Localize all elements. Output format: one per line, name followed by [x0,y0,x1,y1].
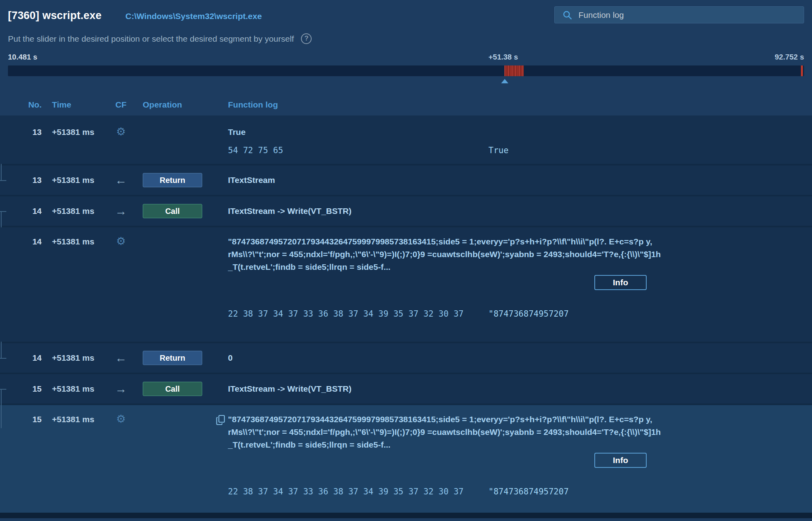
function-log-search[interactable] [554,6,804,23]
timeline-start-label: 10.481 s [8,53,37,62]
gear-icon: ⚙ [116,126,126,138]
tree-connector [1,211,2,228]
row-no: 15 [0,413,42,426]
search-input[interactable] [578,10,797,20]
tree-connector [1,389,2,406]
col-header-cf: CF [103,100,139,110]
payload-string-line: _T(t.retveL';findb = side5;llrqn = side5… [228,261,804,273]
table-row[interactable]: 14 +51381 ms ⚙ "874736874957207179344326… [0,227,812,342]
call-badge: Call [143,204,202,218]
info-button[interactable]: Info [594,275,647,290]
slider-instruction: Put the slider in the desired position o… [8,34,294,44]
hex-line: 22 38 37 34 37 33 36 38 37 34 39 35 37 3… [228,307,464,321]
process-id: [7360] [8,10,39,21]
help-icon[interactable]: ? [301,33,312,44]
ascii-line: "874736874957207 [488,307,574,321]
ascii-line: "874736874957207 [488,484,574,499]
header-bar: [7360] wscript.exe C:\Windows\System32\w… [0,0,812,26]
tree-connector [1,404,2,428]
gear-icon: ⚙ [116,413,126,425]
return-arrow-icon: ← [115,351,127,364]
end-activity-tick [801,65,803,76]
timeline-slider[interactable] [8,65,804,76]
hex-bytes: 54 72 75 65 [228,143,464,158]
payload-string-line: "874736874957207179344326475999799857381… [228,413,804,426]
row-value: True [228,126,804,138]
table-row[interactable]: 15 +51381 ms → Call ITextStream -> Write… [0,374,812,404]
function-log-table: 13 +51381 ms ⚙ True 54 72 75 65 True 13 … [0,115,812,518]
function-log-text: 0 [228,353,233,362]
ascii-preview: True [488,143,574,158]
call-badge: Call [143,382,202,396]
process-name: wscript.exe [42,10,102,21]
table-row[interactable]: 13 +51381 ms ⚙ True 54 72 75 65 True [0,115,812,164]
col-header-operation: Operation [139,100,220,110]
call-arrow-icon: → [115,382,127,395]
copy-icon[interactable] [216,415,226,427]
info-button[interactable]: Info [594,453,647,468]
row-time: +51381 ms [42,235,103,248]
table-row-selected[interactable]: 15 +51381 ms ⚙ "874736874957207179344326… [0,405,812,513]
gear-icon: ⚙ [116,235,126,247]
hex-line: 22 38 37 34 37 33 36 38 37 34 39 35 37 3… [228,484,464,499]
timeline-labels: 10.481 s +51.38 s 92.752 s [8,53,804,62]
row-time: +51381 ms [42,206,103,216]
col-header-no: No. [0,100,42,110]
row-time: +51381 ms [42,413,103,426]
return-badge: Return [143,351,202,365]
slider-handle[interactable] [501,79,508,83]
search-icon [563,10,572,20]
col-header-time: Time [42,100,103,110]
function-log-text: ITextStream -> Write(VT_BSTR) [228,384,351,393]
row-no: 13 [0,126,42,138]
timeline-position-label: +51.38 s [488,53,518,62]
table-row[interactable]: 14 +51381 ms ← Return 0 [0,343,812,373]
process-title: [7360] wscript.exe [8,10,102,22]
payload-string-line: "874736874957207179344326475999799857381… [228,235,804,248]
table-header: No. Time CF Operation Function log [0,94,812,115]
return-arrow-icon: ← [115,173,127,186]
row-time: +51381 ms [42,353,103,363]
timeline-end-label: 92.752 s [775,53,804,62]
return-badge: Return [143,173,202,187]
row-time: +51381 ms [42,384,103,394]
call-arrow-icon: → [115,204,127,217]
tree-connector [0,358,6,359]
payload-string-line: _T(t.retveL';findb = side5;llrqn = side5… [228,438,804,451]
tree-connector [1,342,2,358]
row-no: 14 [0,235,42,248]
tree-connector [1,164,2,181]
tree-connector [0,180,6,181]
table-row[interactable]: 13 +51381 ms ← Return ITextStream [0,165,812,195]
activity-segment[interactable] [504,65,524,76]
function-log-text: ITextStream -> Write(VT_BSTR) [228,206,351,215]
row-time: +51381 ms [42,126,103,138]
function-log-text: ITextStream [228,175,275,185]
payload-string-line: rMs\\?\"t';nor = 455;ndxl='f/pgh,;\"6\'-… [228,248,804,261]
row-time: +51381 ms [42,175,103,185]
col-header-function-log: Function log [220,100,812,110]
ascii-dump: "874736874957207 1793443264759997 998573… [488,456,574,521]
table-row[interactable]: 14 +51381 ms → Call ITextStream -> Write… [0,196,812,226]
hex-dump: 22 38 37 34 37 33 36 38 37 34 39 35 37 3… [228,456,464,521]
process-path-link[interactable]: C:\Windows\System32\wscript.exe [125,12,262,21]
payload-string-line: rMs\\?\"t';nor = 455;ndxl='f/pgh,;\"6\'-… [228,426,804,438]
